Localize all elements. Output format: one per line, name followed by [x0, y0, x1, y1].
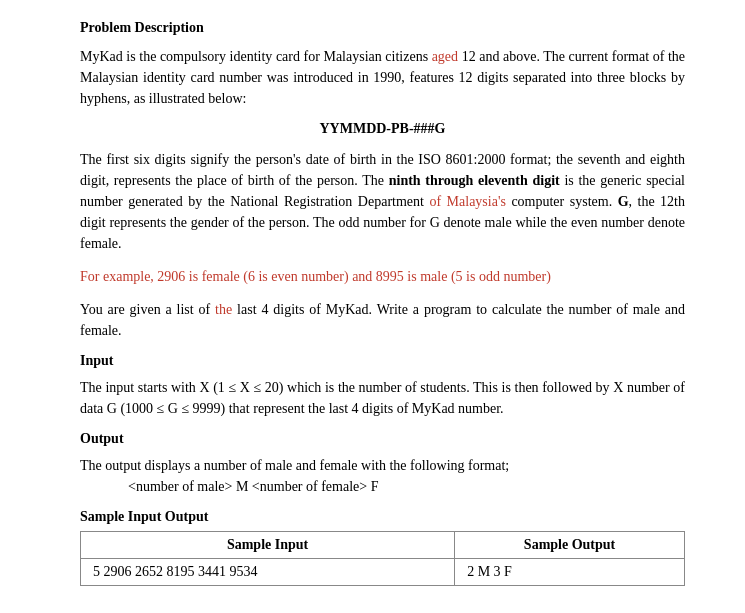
ninth-eleventh-bold: ninth through eleventh digit [389, 173, 560, 188]
input-paragraph: The input starts with X (1 ≤ X ≤ 20) whi… [80, 377, 685, 419]
problem-title: Problem Description [80, 20, 685, 36]
g-bold: G [618, 194, 629, 209]
sample-output-cell: 2 M 3 F [455, 559, 685, 586]
intro-text: MyKad is the compulsory identity card fo… [80, 49, 685, 106]
aged-text: aged [432, 49, 458, 64]
intro-paragraph: MyKad is the compulsory identity card fo… [80, 46, 685, 109]
sample-input-cell: 5 2906 2652 8195 3441 9534 [81, 559, 455, 586]
desc-paragraph: The first six digits signify the person'… [80, 149, 685, 254]
input-title: Input [80, 353, 685, 369]
output-format-line: <number of male> M <number of female> F [128, 476, 685, 497]
sample-title: Sample Input Output [80, 509, 685, 525]
table-row: 5 2906 2652 8195 3441 9534 2 M 3 F [81, 559, 685, 586]
of-malaysia-text: of Malaysia's [429, 194, 505, 209]
format-line: YYMMDD-PB-###G [80, 121, 685, 137]
output-section: The output displays a number of male and… [80, 455, 685, 497]
given-paragraph: You are given a list of the last 4 digit… [80, 299, 685, 341]
output-paragraph: The output displays a number of male and… [80, 455, 685, 476]
sample-input-header: Sample Input [81, 532, 455, 559]
example-paragraph: For example, 2906 is female (6 is even n… [80, 266, 685, 287]
sample-output-header: Sample Output [455, 532, 685, 559]
sample-table: Sample Input Sample Output 5 2906 2652 8… [80, 531, 685, 586]
the-text: the [215, 302, 232, 317]
output-title: Output [80, 431, 685, 447]
